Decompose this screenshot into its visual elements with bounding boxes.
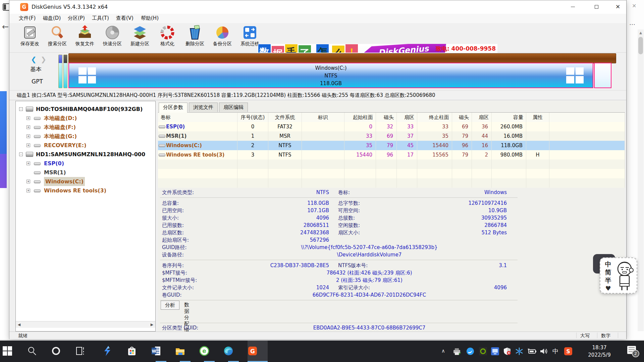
table-row-esp[interactable]: ESP(0) 0FAT32 03233 336936 260.0MB (158, 122, 625, 131)
edge-icon (223, 346, 233, 356)
quick-partition-button[interactable]: 快速分区 (98, 24, 127, 51)
partition-icon (34, 162, 41, 165)
menu-help[interactable]: 帮助(H) (141, 15, 159, 21)
scroll-right-icon[interactable]: ▶ (149, 321, 155, 328)
table-row-windows-re[interactable]: Windows RE tools(3) 3NTFS 154409617 1556… (158, 150, 625, 160)
detail-row-device-path: 设备路径:\Device\HarddiskVolume7 (158, 251, 625, 258)
taskbar-clock[interactable]: 18:37 2022/5/9 (581, 344, 618, 359)
divider (160, 323, 518, 323)
expand-icon[interactable]: + (26, 180, 30, 183)
browser-back-icon[interactable]: ← (2, 22, 9, 32)
browser-more-icon[interactable]: ⋯ (629, 21, 636, 28)
windows-re-partition-bar[interactable] (594, 63, 611, 88)
cortana-button[interactable] (51, 341, 71, 362)
taskbar-app-word[interactable]: W (151, 341, 171, 362)
prev-disk-icon[interactable]: ❮ (31, 55, 37, 63)
taskbar-app-flash[interactable] (102, 341, 122, 362)
partition-detail-panel: 分区参数 浏览文件 扇区编辑 卷标 序号(状态) 文件系统 标识 起始柱面 磁头… (158, 101, 625, 331)
windows-c-partition-bar[interactable]: Windows(C:) NTFS 118.0GB (68, 63, 593, 88)
expand-icon[interactable]: + (26, 162, 30, 165)
msr-partition-bar[interactable] (63, 55, 67, 88)
table-row-windows-c[interactable]: Windows(C:) 2NTFS 357945 154409616 118.0… (158, 141, 625, 150)
ime-zh-icon[interactable]: 中 (551, 347, 559, 355)
detail-row: 文件系统类型:NTFS 卷标:Windows (158, 189, 625, 196)
expand-icon[interactable]: + (26, 189, 30, 192)
scroll-left-icon[interactable]: ◀ (16, 321, 22, 328)
printer-icon[interactable]: ✓ (453, 347, 461, 355)
minimize-button[interactable] (564, 0, 582, 13)
taskbar-app-store[interactable] (127, 341, 147, 362)
defender-icon[interactable] (503, 347, 511, 355)
speaker-icon[interactable] (539, 347, 547, 355)
browser-close-icon[interactable]: ✕ (632, 3, 636, 9)
save-changes-button[interactable]: 保存更改 (15, 24, 44, 51)
intel-gfx-icon[interactable] (491, 347, 499, 355)
battery-icon[interactable] (527, 347, 535, 355)
ime-status-panel[interactable]: 中简 半♥ (600, 257, 637, 294)
taskbar-app-diskgenius[interactable]: G (248, 341, 268, 362)
taskbar-app-browser360[interactable]: e (199, 341, 219, 362)
close-button[interactable]: ✕ (608, 0, 627, 13)
expand-icon[interactable]: + (26, 125, 30, 129)
tab-partition-params[interactable]: 分区参数 (159, 103, 187, 113)
partition-icon (34, 135, 41, 138)
disk-table-type-label: GPT (32, 78, 43, 85)
chevron-up-icon[interactable]: ∧ (441, 348, 449, 356)
maximize-button[interactable] (587, 0, 606, 13)
menu-disk[interactable]: 磁盘(D) (43, 15, 61, 21)
browser-scrollbar[interactable]: ▲ (638, 29, 644, 331)
delete-partition-button[interactable]: 删除分区 (180, 24, 209, 51)
scroll-up-icon[interactable]: ▲ (638, 29, 644, 36)
partition-tree: - HD0:TOSHIBAMQ04ABF100(932GB) + 本地磁盘(D:… (15, 101, 156, 331)
action-center-button[interactable]: 2 (627, 346, 638, 356)
tree-horizontal-scrollbar[interactable]: ◀ ▶ (16, 321, 155, 328)
new-partition-button[interactable]: 新建分区 (125, 24, 154, 51)
esp-partition-bar[interactable] (58, 55, 62, 88)
menu-partition[interactable]: 分区(P) (68, 15, 85, 21)
detail-row: 簇大小:4096 总簇数:30935295 (158, 214, 625, 222)
task-view-button[interactable] (75, 341, 95, 362)
disk-nav-arrows[interactable]: ❮ ❯ (31, 55, 46, 63)
svg-text:e: e (202, 348, 206, 354)
diskgenius-logo-icon: G (20, 3, 28, 11)
tab-sector-edit[interactable]: 扇区编辑 (219, 103, 248, 112)
taskbar-app-explorer[interactable] (175, 341, 195, 362)
menu-file[interactable]: 文件(F) (19, 15, 36, 21)
expand-icon[interactable]: + (26, 143, 30, 147)
scrollbar-thumb[interactable] (638, 37, 643, 54)
sogou-icon[interactable]: S (564, 347, 572, 355)
expand-icon[interactable]: - (19, 153, 23, 156)
menu-view[interactable]: 查看(V) (116, 15, 133, 21)
title-bar: G DiskGenius V5.4.3.1342 x64 ✕ (9, 0, 626, 14)
status-numlock: 数字 (601, 333, 610, 339)
expand-icon[interactable]: - (19, 107, 23, 111)
partition-icon (159, 154, 165, 157)
expand-icon[interactable]: + (26, 116, 30, 120)
table-row-msr[interactable]: MSR(1) 1MSR 336937 357944 16.0MB (158, 131, 625, 141)
next-disk-icon[interactable]: ❯ (41, 55, 46, 63)
snowflake-icon[interactable] (515, 347, 523, 355)
tab-browse-files[interactable]: 浏览文件 (189, 103, 218, 112)
partition-icon (34, 117, 41, 120)
format-button[interactable]: 格式化 (153, 24, 182, 51)
svg-text:S: S (566, 348, 570, 355)
recover-files-button[interactable]: 恢复文件 (70, 24, 99, 51)
nvidia-icon[interactable] (479, 347, 487, 355)
diskgenius-window: G DiskGenius V5.4.3.1342 x64 ✕ 文件(F) 磁盘(… (9, 0, 627, 339)
messenger-icon[interactable] (466, 347, 474, 355)
start-button[interactable] (3, 341, 23, 362)
taskbar-search-button[interactable] (27, 341, 47, 362)
taskbar-app-edge[interactable] (223, 341, 244, 362)
new-partition-icon (132, 25, 147, 40)
ime-mascot-image (614, 260, 635, 294)
disk-strip[interactable] (68, 53, 616, 63)
expand-icon[interactable]: + (26, 134, 30, 138)
backup-partition-button[interactable]: 备份分区 (208, 24, 237, 51)
menu-tools[interactable]: 工具(T) (92, 15, 109, 21)
analyze-button[interactable]: 分析 (161, 301, 179, 310)
system-migrate-icon (243, 25, 257, 40)
search-partition-button[interactable]: 搜索分区 (43, 24, 72, 51)
detail-row: 总容量:118.0GB 总字节数:126710972416 (158, 199, 625, 207)
disk-bus-label: 基本 (30, 65, 42, 73)
save-icon (22, 25, 37, 40)
